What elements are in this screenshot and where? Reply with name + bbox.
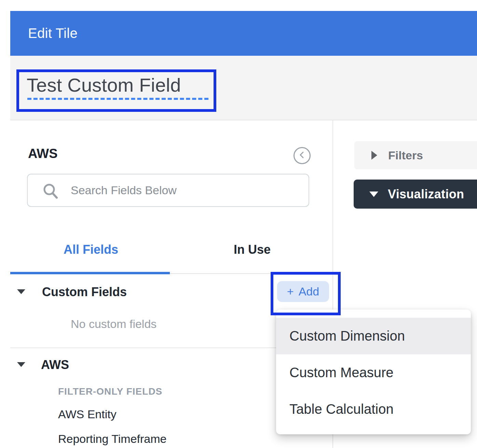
visualization-label: Visualization bbox=[388, 187, 464, 201]
filters-label: Filters bbox=[388, 149, 423, 162]
collapse-panel-button[interactable] bbox=[294, 147, 311, 164]
tab-all-fields[interactable]: All Fields bbox=[10, 239, 172, 260]
tile-title-input[interactable]: Test Custom Field bbox=[27, 74, 181, 96]
add-field-menu: Custom Dimension Custom Measure Table Ca… bbox=[276, 309, 471, 434]
tile-title-underline bbox=[27, 98, 208, 100]
dialog-title: Edit Tile bbox=[28, 26, 78, 41]
explore-name: AWS bbox=[28, 146, 58, 161]
add-button-label: Add bbox=[299, 285, 319, 298]
filter-only-fields-label: FILTER-ONLY FIELDS bbox=[58, 386, 162, 397]
tab-active-indicator bbox=[10, 272, 170, 274]
section-custom-fields[interactable]: Custom Fields bbox=[42, 285, 127, 299]
search-input[interactable] bbox=[28, 174, 309, 206]
chevron-right-icon bbox=[371, 151, 377, 160]
tab-in-use[interactable]: In Use bbox=[172, 239, 333, 260]
dialog-header: Edit Tile bbox=[10, 11, 477, 56]
add-button[interactable]: + Add bbox=[277, 281, 329, 302]
chevron-down-icon[interactable] bbox=[17, 289, 25, 294]
chevron-left-icon bbox=[297, 150, 307, 161]
menu-item-custom-measure[interactable]: Custom Measure bbox=[276, 354, 471, 391]
plus-icon: + bbox=[287, 285, 294, 298]
no-custom-fields-text: No custom fields bbox=[71, 317, 156, 331]
chevron-down-icon[interactable] bbox=[17, 362, 25, 367]
filters-section-header[interactable]: Filters bbox=[354, 141, 477, 169]
chevron-down-icon bbox=[369, 192, 378, 197]
search-box bbox=[27, 174, 309, 207]
field-item-aws-entity[interactable]: AWS Entity bbox=[58, 408, 117, 421]
visualization-section-header[interactable]: Visualization bbox=[354, 180, 477, 209]
menu-item-custom-dimension[interactable]: Custom Dimension bbox=[276, 318, 471, 354]
section-aws[interactable]: AWS bbox=[41, 358, 69, 372]
field-item-reporting-timeframe[interactable]: Reporting Timeframe bbox=[58, 432, 166, 446]
menu-item-table-calculation[interactable]: Table Calculation bbox=[276, 391, 471, 427]
